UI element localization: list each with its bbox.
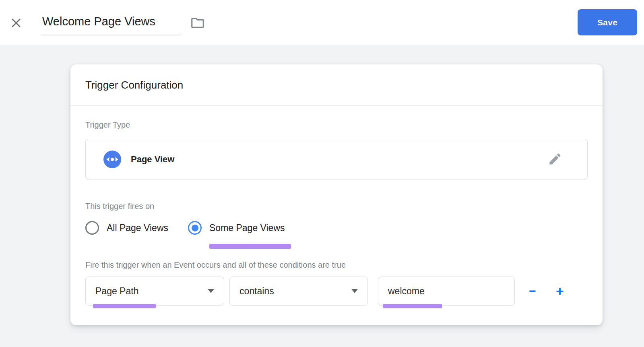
radio-selected-icon xyxy=(188,221,202,235)
caret-down-icon xyxy=(351,289,358,293)
folder-icon xyxy=(190,15,205,32)
trigger-type-box[interactable]: Page View xyxy=(85,139,588,180)
page-view-eye-icon xyxy=(103,151,121,168)
close-button[interactable] xyxy=(8,15,24,31)
operator-select[interactable]: contains xyxy=(229,277,368,306)
trigger-type-label: Trigger Type xyxy=(85,120,588,130)
trigger-configuration-card: Trigger Configuration Trigger Type Page … xyxy=(70,64,603,325)
purple-highlight-value xyxy=(383,304,442,308)
variable-select[interactable]: Page Path xyxy=(85,277,224,306)
purple-highlight-variable xyxy=(93,304,156,308)
folder-button[interactable] xyxy=(189,15,206,31)
conditions-label: Fire this trigger when an Event occurs a… xyxy=(85,260,588,270)
top-header-bar: Save xyxy=(0,0,644,45)
trigger-type-name: Page View xyxy=(131,154,174,165)
radio-some-page-views[interactable]: Some Page Views xyxy=(188,221,285,235)
fires-on-label: This trigger fires on xyxy=(85,201,588,211)
condition-row: Page Path contains − + xyxy=(85,277,588,306)
caret-down-icon xyxy=(208,289,214,293)
save-button[interactable]: Save xyxy=(578,9,637,35)
condition-value-box xyxy=(378,277,515,306)
condition-value-input[interactable] xyxy=(378,277,514,305)
radio-all-page-views[interactable]: All Page Views xyxy=(85,221,168,235)
fires-on-options: All Page Views Some Page Views xyxy=(85,221,588,235)
card-title: Trigger Configuration xyxy=(85,79,183,91)
operator-select-value: contains xyxy=(239,286,274,297)
variable-select-value: Page Path xyxy=(95,286,138,297)
card-body: Trigger Type Page View This trigger xyxy=(70,120,603,324)
remove-condition-button[interactable]: − xyxy=(524,282,541,300)
close-icon xyxy=(9,16,23,31)
radio-dot xyxy=(192,225,198,231)
add-condition-button[interactable]: + xyxy=(551,282,569,300)
radio-label: All Page Views xyxy=(107,223,168,233)
card-header: Trigger Configuration xyxy=(70,64,603,106)
radio-label: Some Page Views xyxy=(209,223,285,233)
pencil-icon xyxy=(548,152,562,167)
purple-highlight-some-page-views xyxy=(209,244,291,249)
radio-unselected-icon xyxy=(85,221,99,235)
edit-trigger-type-button[interactable] xyxy=(547,151,563,167)
trigger-name-input[interactable] xyxy=(41,12,182,35)
